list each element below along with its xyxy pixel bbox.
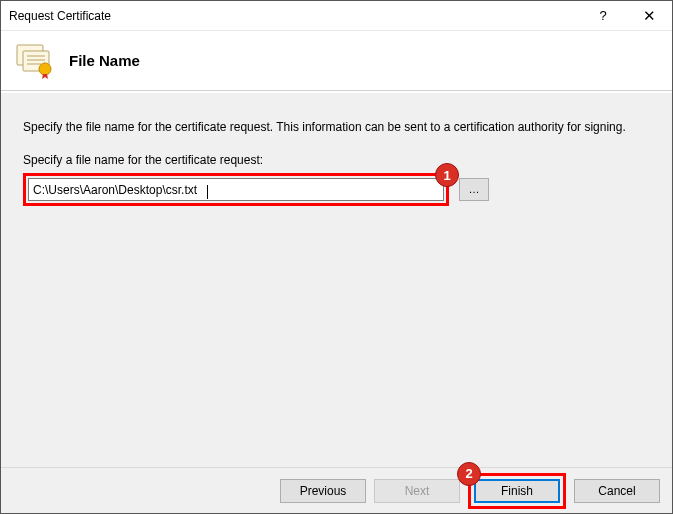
annotation-marker-2: 2	[457, 462, 481, 486]
annotation-highlight-2: 2 Finish	[468, 473, 566, 509]
wizard-footer: Previous Next 2 Finish Cancel	[1, 467, 672, 513]
browse-button[interactable]: …	[459, 178, 489, 201]
close-button[interactable]: ✕	[626, 1, 672, 30]
cancel-button[interactable]: Cancel	[574, 479, 660, 503]
description-text: Specify the file name for the certificat…	[23, 119, 650, 135]
file-path-input[interactable]	[28, 178, 444, 201]
finish-button[interactable]: Finish	[474, 479, 560, 503]
content-area: Specify the file name for the certificat…	[1, 92, 672, 467]
certificate-icon	[15, 43, 59, 79]
path-label: Specify a file name for the certificate …	[23, 153, 650, 167]
window-controls: ? ✕	[580, 1, 672, 30]
annotation-highlight-1: 1	[23, 173, 449, 206]
window-title: Request Certificate	[9, 9, 580, 23]
annotation-marker-1: 1	[435, 163, 459, 187]
wizard-header: File Name	[1, 31, 672, 91]
page-title: File Name	[69, 52, 140, 69]
help-button[interactable]: ?	[580, 1, 626, 30]
next-button: Next	[374, 479, 460, 503]
svg-point-5	[39, 63, 51, 75]
previous-button[interactable]: Previous	[280, 479, 366, 503]
title-bar: Request Certificate ? ✕	[1, 1, 672, 31]
text-caret	[207, 185, 208, 199]
